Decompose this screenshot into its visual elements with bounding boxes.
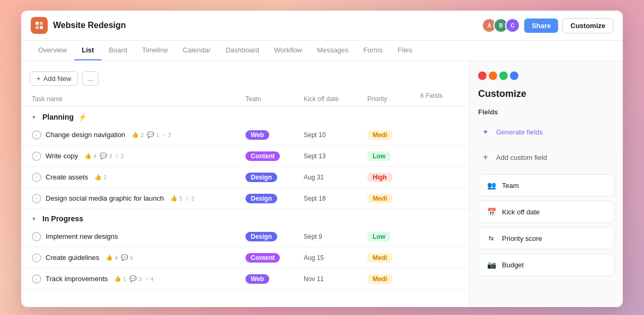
task-name: Track improvements: [46, 275, 108, 283]
task-check-icon[interactable]: ✓: [32, 130, 41, 140]
team-cell: Web: [243, 130, 302, 140]
svg-rect-3: [40, 26, 43, 29]
tab-messages[interactable]: Messages: [310, 41, 356, 60]
share-button[interactable]: Share: [524, 19, 558, 33]
tab-workflow[interactable]: Workflow: [267, 41, 310, 60]
task-name-cell: ✓ Create assets 👍 2: [30, 169, 243, 185]
table-row: ✓ Create assets 👍 2 Design Aug 31 High: [21, 167, 469, 188]
add-custom-field-item[interactable]: + Add custom field: [478, 147, 614, 168]
tab-list[interactable]: List: [74, 41, 101, 60]
toolbar: + Add New …: [21, 67, 469, 92]
priority-badge: Low: [367, 151, 391, 161]
col-priority: Priority: [365, 92, 418, 106]
tab-timeline[interactable]: Timeline: [135, 41, 175, 60]
priority-badge: Low: [367, 232, 391, 241]
task-check-icon[interactable]: ✓: [32, 253, 41, 263]
task-check-icon[interactable]: ✓: [32, 151, 41, 161]
priority-cell: Medi: [365, 194, 418, 203]
priority-score-field-label: Priority score: [502, 235, 542, 242]
field-item-priority-score[interactable]: fx Priority score: [478, 227, 614, 249]
avatar-group: A B C: [482, 18, 520, 33]
avatar-3: C: [505, 18, 520, 33]
likes-count: 👍 5: [170, 195, 182, 202]
task-name: Create assets: [46, 173, 88, 181]
tab-calendar[interactable]: Calendar: [175, 41, 218, 60]
add-new-label: Add New: [43, 75, 72, 83]
team-cell: Design: [243, 194, 302, 203]
subtasks-count: ⑂ 2: [186, 195, 194, 202]
field-item-team[interactable]: 👥 Team: [478, 174, 614, 196]
priority-badge: Medi: [367, 130, 392, 140]
window-title: Website Redesign: [53, 21, 477, 30]
task-name: Implement new designs: [46, 232, 118, 240]
date-cell: Aug 31: [302, 174, 365, 181]
logo-dot-orange: [489, 71, 497, 80]
team-cell: Content: [243, 253, 302, 263]
team-badge: Web: [245, 274, 269, 284]
task-check-icon[interactable]: ✓: [32, 173, 41, 182]
header-actions: A B C Share Customize: [482, 18, 613, 33]
table-row: ✓ Design social media graphic for launch…: [21, 188, 469, 209]
kickoff-field-label: Kick off date: [502, 208, 540, 216]
tab-overview[interactable]: Overview: [31, 41, 74, 60]
collapse-inprogress-icon: ▼: [30, 214, 38, 223]
svg-rect-0: [36, 22, 39, 25]
task-name-cell: ✓ Design social media graphic for launch…: [30, 191, 243, 206]
task-meta: 👍 5 ⑂ 2: [170, 195, 194, 202]
inprogress-title: In Progress: [42, 214, 83, 223]
task-name-cell: ✓ Track improvements 👍 1 💬 3 ⑂ 4: [30, 271, 243, 287]
main-window: Website Redesign A B C Share Customize O…: [21, 11, 623, 307]
customize-button[interactable]: Customize: [562, 18, 613, 33]
likes-count: 👍 1: [114, 275, 126, 282]
date-cell: Sept 18: [302, 195, 365, 202]
table-header: Task name Team Kick off date Priority 6 …: [21, 92, 469, 106]
add-new-button[interactable]: + Add New: [30, 71, 78, 86]
comments-count: 💬 1: [147, 131, 159, 138]
generate-fields-item[interactable]: ✦ Generate fields: [478, 121, 614, 142]
likes-count: 👍 4: [105, 254, 118, 261]
tab-dashboard[interactable]: Dashboard: [218, 41, 267, 60]
col-team: Team: [243, 92, 302, 106]
field-item-kickoff[interactable]: 📅 Kick off date: [478, 201, 614, 223]
task-check-icon[interactable]: ✓: [32, 232, 41, 241]
col-fields: 6 Fields: [418, 92, 461, 106]
more-button[interactable]: …: [82, 71, 99, 86]
tab-forms[interactable]: Forms: [356, 41, 391, 60]
priority-score-field-icon: fx: [486, 233, 497, 244]
task-check-icon[interactable]: ✓: [32, 194, 41, 203]
task-meta: 👍 4 💬 3 ⑂ 2: [84, 152, 123, 159]
team-badge: Content: [245, 253, 280, 263]
col-task-name: Task name: [30, 92, 243, 106]
team-badge: Design: [245, 173, 277, 182]
generate-label: Generate fields: [496, 128, 543, 136]
priority-badge: Medi: [367, 274, 392, 284]
add-custom-icon: +: [480, 152, 491, 163]
likes-count: 👍 2: [131, 131, 144, 138]
priority-badge: Medi: [367, 253, 392, 263]
task-meta: 👍 2 💬 1 ⑂ 3: [131, 131, 171, 138]
tab-board[interactable]: Board: [101, 41, 135, 60]
table-row: ✓ Write copy 👍 4 💬 3 ⑂ 2 Content Sept 13…: [21, 146, 469, 167]
task-check-icon[interactable]: ✓: [32, 274, 41, 284]
generate-icon: ✦: [480, 127, 491, 137]
task-name: Create guidelines: [46, 254, 99, 262]
task-name-cell: ✓ Change design navigation 👍 2 💬 1 ⑂ 3: [30, 127, 243, 143]
svg-rect-2: [36, 26, 39, 29]
field-item-budget[interactable]: 📷 Budget: [478, 254, 614, 276]
date-cell: Sept 9: [302, 233, 365, 240]
team-cell: Web: [243, 274, 302, 284]
priority-cell: Low: [365, 232, 418, 241]
section-planning[interactable]: ▼ Planning ⚡: [21, 107, 469, 124]
budget-field-label: Budget: [502, 261, 524, 269]
task-name: Design social media graphic for launch: [46, 194, 164, 202]
task-meta: 👍 1 💬 3 ⑂ 4: [114, 275, 153, 282]
likes-count: 👍 4: [84, 152, 96, 159]
priority-badge: High: [367, 173, 392, 182]
team-cell: Design: [243, 173, 302, 182]
section-in-progress[interactable]: ▼ In Progress: [21, 209, 469, 226]
tab-files[interactable]: Files: [390, 41, 419, 60]
likes-count: 👍 2: [94, 174, 107, 181]
date-cell: Nov 11: [302, 275, 365, 283]
task-name-cell: ✓ Write copy 👍 4 💬 3 ⑂ 2: [30, 148, 243, 164]
priority-cell: Medi: [365, 253, 418, 263]
